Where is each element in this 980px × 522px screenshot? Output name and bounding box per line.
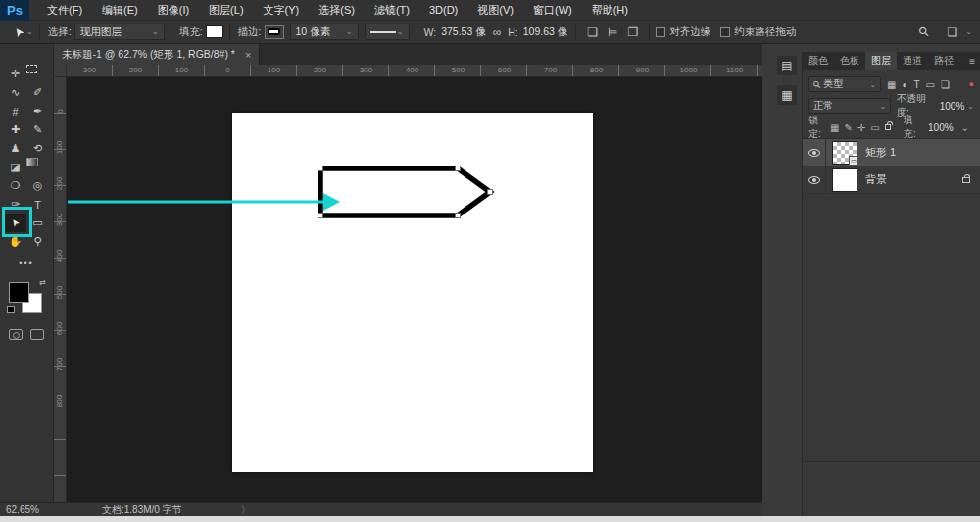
layer-row-background[interactable]: 背景 [803,166,980,194]
menu-item[interactable]: 视图(V) [467,0,523,21]
lock-artboard-icon[interactable]: ▭ [870,122,879,133]
height-field[interactable]: 109.63 像 [521,25,570,39]
menu-item[interactable]: 文件(F) [37,0,92,21]
tab-color[interactable]: 颜色 [803,52,834,70]
document-tab[interactable]: 未标题-1 @ 62.7% (矩形 1, RGB/8#) * × [54,44,260,65]
canvas[interactable] [232,113,593,472]
close-tab-icon[interactable]: × [245,49,251,61]
search-icon: ⚲ [810,78,823,91]
menu-item[interactable]: 3D(D) [419,0,467,21]
checkbox-icon [656,27,665,37]
lasso-tool-icon[interactable]: ∿ [4,83,26,102]
document-area[interactable]: 3002001000100200300400500600700800900100… [54,65,762,502]
gradient-tool-icon[interactable] [26,158,38,166]
menu-item[interactable]: 图层(L) [199,0,253,21]
panel-tabs: 颜色 色板 图层 通道 路径 ≡ [803,52,980,70]
history-panel-icon[interactable]: ▤ [777,56,797,75]
filter-shape-icon[interactable]: ▭ [926,79,935,90]
zoom-level-field[interactable]: 62.65% [6,504,74,515]
default-colors-icon[interactable] [7,306,15,313]
tab-channels[interactable]: 通道 [897,52,928,70]
layer-filter-dropdown[interactable]: ⚲ 类型 ⌄ [808,76,881,92]
select-mode-dropdown[interactable]: 现用图层 ⌄ [74,24,165,40]
panel-menu-icon[interactable]: ≡ [969,56,980,67]
lock-position-icon[interactable]: ✛ [858,122,865,133]
tool-preset-chevron-icon[interactable]: ⌄ [26,27,33,36]
document-tab-bar: 未标题-1 @ 62.7% (矩形 1, RGB/8#) * × [54,44,762,65]
lock-transparent-icon[interactable]: ▦ [830,122,839,133]
crop-tool-icon[interactable]: # [4,102,26,120]
menu-item[interactable]: 滤镜(T) [365,0,419,21]
blur-tool-icon[interactable]: ❍ [4,176,26,195]
chevron-down-icon: ⌄ [879,102,886,111]
tab-swatches[interactable]: 色板 [834,52,865,70]
fill-label: 填充: [179,25,203,39]
chevron-down-icon: ⌄ [967,102,974,111]
opacity-field[interactable]: 100% [940,101,965,112]
select-label: 选择: [48,25,72,39]
layer-name[interactable]: 背景 [865,172,887,187]
menu-item[interactable]: 选择(S) [309,0,365,21]
eyedropper-tool-icon[interactable]: ✒ [26,102,49,120]
marquee-tool-icon[interactable] [26,65,37,73]
properties-panel-icon[interactable]: ▦ [777,85,797,105]
quick-selection-tool-icon[interactable]: ✐ [26,83,49,102]
path-operations-icon[interactable]: ❏ [582,25,603,39]
visibility-toggle[interactable] [803,139,826,166]
filter-smartobject-icon[interactable]: ❏ [941,79,950,90]
stroke-style-dropdown[interactable]: ⌄ [365,24,410,40]
blend-mode-dropdown[interactable]: 正常 ⌄ [808,98,891,114]
tab-layers[interactable]: 图层 [865,52,897,70]
clone-stamp-tool-icon[interactable]: ♟ [4,139,26,158]
status-chevron-icon[interactable]: 〉 [241,503,251,517]
tab-paths[interactable]: 路径 [928,52,959,70]
filter-pixel-icon[interactable]: ▦ [887,79,896,90]
menu-item[interactable]: 编辑(E) [92,0,148,21]
ruler-corner [54,65,67,77]
stroke-label: 描边: [238,25,262,39]
path-alignment-icon[interactable]: ⊨ [603,25,622,39]
options-bar: ➤ ⌄ 选择: 现用图层 ⌄ 填充: 描边: 10 像素 ⌄ ⌄ W: 375.… [0,21,980,44]
width-label: W: [424,26,437,38]
eraser-tool-icon[interactable]: ◪ [4,158,26,176]
brush-tool-icon[interactable]: ✎ [26,120,49,139]
stroke-width-dropdown[interactable]: 10 像素 ⌄ [290,24,359,40]
fill-field[interactable]: 100% [928,122,954,133]
chevron-down-icon: ⌄ [965,27,972,36]
layer-row-rectangle1[interactable]: ▭ 矩形 1 [803,139,980,166]
menu-item[interactable]: 文字(Y) [254,0,310,21]
horizontal-ruler: 3002001000100200300400500600700800900100… [67,65,762,77]
layer-thumbnail[interactable]: ▭ [832,141,858,165]
filter-type-icon[interactable]: T [914,79,920,90]
history-brush-tool-icon[interactable]: ⟲ [26,139,49,158]
fill-swatch[interactable] [206,25,223,38]
dodge-tool-icon[interactable]: ◎ [26,176,49,195]
link-dimensions-icon[interactable]: ∞ [488,25,507,39]
constrain-path-checkbox[interactable]: 约束路径拖动 [720,25,796,39]
filter-adjustment-icon[interactable]: ◐ [902,79,907,90]
quick-mask-button[interactable] [9,329,23,340]
move-tool-icon[interactable]: ✛ [4,65,26,83]
filter-toggle-icon[interactable]: ● [969,79,974,89]
foreground-color-swatch[interactable] [9,282,29,303]
screen-mode-button[interactable] [30,329,44,340]
search-icon[interactable]: ⚲ [915,24,932,40]
lock-all-icon[interactable] [885,124,891,130]
lock-pixels-icon[interactable]: ✎ [844,122,852,133]
lock-icon [962,177,970,183]
workspace-switcher-icon[interactable]: ❏ [943,25,963,39]
edit-toolbar-icon[interactable]: ••• [0,259,53,268]
visibility-toggle[interactable] [803,166,826,193]
width-field[interactable]: 375.53 像 [439,25,488,39]
healing-brush-tool-icon[interactable]: ✚ [4,120,26,139]
fill-label: 填充: [904,114,920,141]
layer-name[interactable]: 矩形 1 [865,145,896,160]
menu-item[interactable]: 窗口(W) [523,0,582,21]
menu-item[interactable]: 帮助(H) [582,0,638,21]
swap-colors-icon[interactable]: ⇄ [39,278,46,287]
menu-item[interactable]: 图像(I) [148,0,199,21]
path-arrange-icon[interactable]: ❐ [623,25,644,39]
stroke-swatch[interactable] [265,25,284,39]
align-edges-checkbox[interactable]: 对齐边缘 [656,25,710,39]
layer-thumbnail[interactable] [832,168,858,192]
